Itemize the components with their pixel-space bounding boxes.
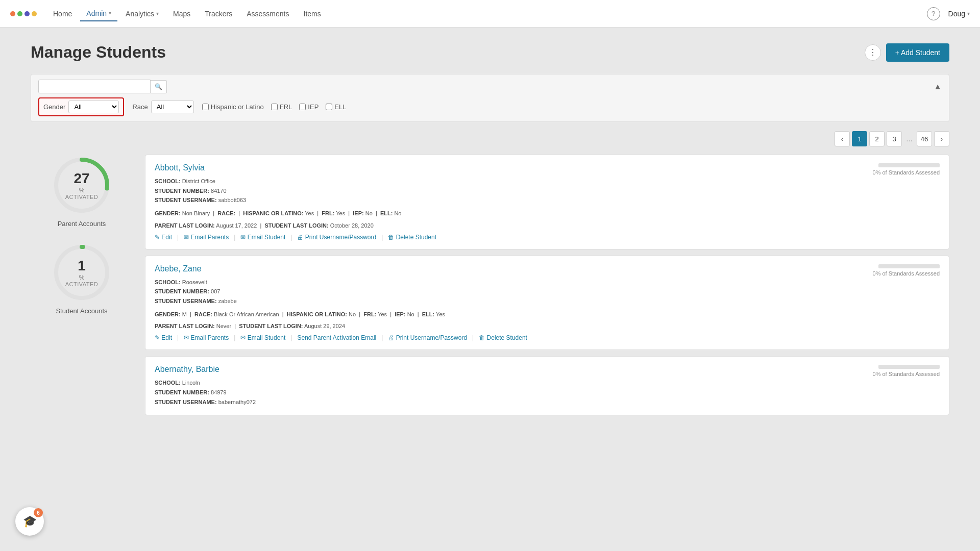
page-1-button[interactable]: 1 (852, 131, 867, 146)
student-actions: ✎ Edit | ✉ Email Parents | ✉ Email Stude… (155, 234, 940, 241)
parent-pct-label: % (65, 187, 99, 194)
floating-badge[interactable]: 6 🎓 (15, 507, 44, 536)
student-logins: PARENT LAST LOGIN: August 17, 2022 | STU… (155, 222, 940, 229)
race-label: Race (132, 103, 148, 111)
student-list: Abbott, Sylvia 0% of Standards Assessed … (145, 155, 949, 421)
search-input[interactable] (38, 80, 151, 93)
filter-checkboxes: Hispanic or Latino FRL IEP ELL (202, 103, 347, 111)
chevron-down-icon: ▾ (156, 11, 159, 16)
add-student-button[interactable]: + Add Student (886, 43, 949, 62)
checkbox-hispanic[interactable]: Hispanic or Latino (202, 103, 264, 111)
page-title: Manage Students (31, 43, 166, 62)
student-name-zane[interactable]: Abebe, Zane (155, 264, 202, 273)
email-student-link[interactable]: ✉ Email Student (235, 234, 290, 241)
user-name: Doug (948, 10, 965, 18)
student-card-top: Abernathy, Barbie 0% of Standards Assess… (155, 365, 940, 378)
checkbox-ell[interactable]: ELL (326, 103, 346, 111)
race-select[interactable]: All White Black Hispanic Asian Other (151, 101, 194, 113)
student-accounts-ring: 1 % ACTIVATED (51, 242, 112, 303)
student-sub-label: ACTIVATED (65, 281, 99, 287)
parent-accounts-ring: 27 % ACTIVATED (51, 155, 112, 216)
hispanic-checkbox[interactable] (202, 104, 209, 110)
collapse-filter-button[interactable]: ▲ (934, 82, 942, 91)
student-ring-center: 1 % ACTIVATED (65, 258, 99, 287)
logo-dot-green (17, 11, 22, 16)
more-options-button[interactable]: ⋮ (865, 44, 881, 61)
student-logins: PARENT LAST LOGIN: Never | STUDENT LAST … (155, 323, 940, 329)
gender-select[interactable]: All Male Female Non Binary (68, 101, 119, 113)
student-meta: SCHOOL: Roosevelt STUDENT NUMBER: 007 ST… (155, 278, 940, 306)
nav-right: ? Doug ▾ (927, 7, 970, 20)
nav-admin[interactable]: Admin ▾ (80, 6, 117, 21)
standards-pct: 0% of Standards Assessed (873, 270, 940, 277)
student-activated-number: 1 (65, 258, 99, 274)
iep-checkbox[interactable] (299, 104, 306, 110)
content-layout: 27 % ACTIVATED Parent Accounts 1 % (31, 155, 949, 421)
student-card-top: Abebe, Zane 0% of Standards Assessed (155, 264, 940, 278)
header-actions: ⋮ + Add Student (865, 43, 949, 62)
standards-pct: 0% of Standards Assessed (873, 169, 940, 176)
search-bar: 🔍 (38, 80, 167, 93)
logo-dot-blue (24, 11, 30, 16)
ell-checkbox[interactable] (326, 104, 332, 110)
nav-home[interactable]: Home (47, 7, 78, 21)
filter-row: Gender All Male Female Non Binary Race A… (38, 97, 942, 116)
print-link[interactable]: 🖨 Print Username/Password (383, 334, 472, 341)
navbar: Home Admin ▾ Analytics ▾ Maps Trackers A… (0, 0, 980, 28)
delete-student-link[interactable]: 🗑 Delete Student (383, 234, 442, 241)
standards-bar-container: 0% of Standards Assessed (873, 365, 940, 377)
help-button[interactable]: ? (927, 7, 940, 20)
filter-section: 🔍 ▲ Gender All Male Female Non Binary Ra… (31, 74, 949, 122)
nav-maps[interactable]: Maps (167, 7, 197, 21)
badge-count: 6 (34, 508, 43, 517)
parent-ring-center: 27 % ACTIVATED (65, 170, 99, 200)
page-3-button[interactable]: 3 (887, 131, 902, 146)
standards-bar (878, 365, 940, 369)
nav-items: Home Admin ▾ Analytics ▾ Maps Trackers A… (47, 6, 927, 21)
pagination: ‹ 1 2 3 … 46 › (31, 131, 949, 146)
logo-dot-red (10, 11, 15, 16)
logo-dot-yellow (32, 11, 37, 16)
student-card: Abebe, Zane 0% of Standards Assessed SCH… (145, 256, 949, 350)
gender-filter-highlight: Gender All Male Female Non Binary (38, 97, 124, 116)
prev-page-button[interactable]: ‹ (835, 131, 850, 146)
checkbox-frl[interactable]: FRL (271, 103, 292, 111)
standards-bar-container: 0% of Standards Assessed (873, 163, 940, 176)
page-2-button[interactable]: 2 (869, 131, 885, 146)
standards-pct: 0% of Standards Assessed (873, 371, 940, 377)
next-page-button[interactable]: › (934, 131, 949, 146)
badge-icon: 🎓 (23, 515, 37, 528)
student-card: Abbott, Sylvia 0% of Standards Assessed … (145, 155, 949, 249)
user-menu[interactable]: Doug ▾ (948, 10, 970, 18)
filter-top: 🔍 ▲ (38, 80, 942, 93)
student-actions: ✎ Edit | ✉ Email Parents | ✉ Email Stude… (155, 334, 940, 341)
nav-analytics[interactable]: Analytics ▾ (119, 7, 165, 21)
nav-items[interactable]: Items (298, 7, 327, 21)
page-header: Manage Students ⋮ + Add Student (31, 43, 949, 62)
page-ellipsis: … (904, 135, 915, 143)
nav-assessments[interactable]: Assessments (240, 7, 295, 21)
student-attrs: GENDER: M | RACE: Black Or African Ameri… (155, 310, 940, 319)
student-attrs: GENDER: Non Binary | RACE: | HISPANIC OR… (155, 209, 940, 218)
email-student-link[interactable]: ✉ Email Student (235, 334, 290, 341)
checkbox-iep[interactable]: IEP (299, 103, 318, 111)
edit-link[interactable]: ✎ Edit (155, 334, 177, 341)
frl-checkbox[interactable] (271, 104, 278, 110)
student-card-top: Abbott, Sylvia 0% of Standards Assessed (155, 163, 940, 177)
delete-student-link[interactable]: 🗑 Delete Student (474, 334, 532, 341)
search-button[interactable]: 🔍 (151, 80, 167, 93)
print-link[interactable]: 🖨 Print Username/Password (292, 234, 381, 241)
parent-accounts-card: 27 % ACTIVATED Parent Accounts (31, 155, 133, 228)
email-parents-link[interactable]: ✉ Email Parents (179, 234, 234, 241)
email-parents-link[interactable]: ✉ Email Parents (179, 334, 234, 341)
edit-link[interactable]: ✎ Edit (155, 234, 177, 241)
send-parent-activation-link[interactable]: Send Parent Activation Email (292, 334, 381, 341)
student-name-sylvia[interactable]: Abbott, Sylvia (155, 163, 205, 172)
nav-trackers[interactable]: Trackers (199, 7, 238, 21)
parent-accounts-label: Parent Accounts (31, 220, 133, 228)
parent-activated-number: 27 (65, 170, 99, 187)
student-name-barbie[interactable]: Abernathy, Barbie (155, 365, 219, 374)
app-logo[interactable] (10, 11, 37, 16)
page-46-button[interactable]: 46 (917, 131, 932, 146)
main-content: Manage Students ⋮ + Add Student 🔍 ▲ Gend… (0, 28, 980, 551)
